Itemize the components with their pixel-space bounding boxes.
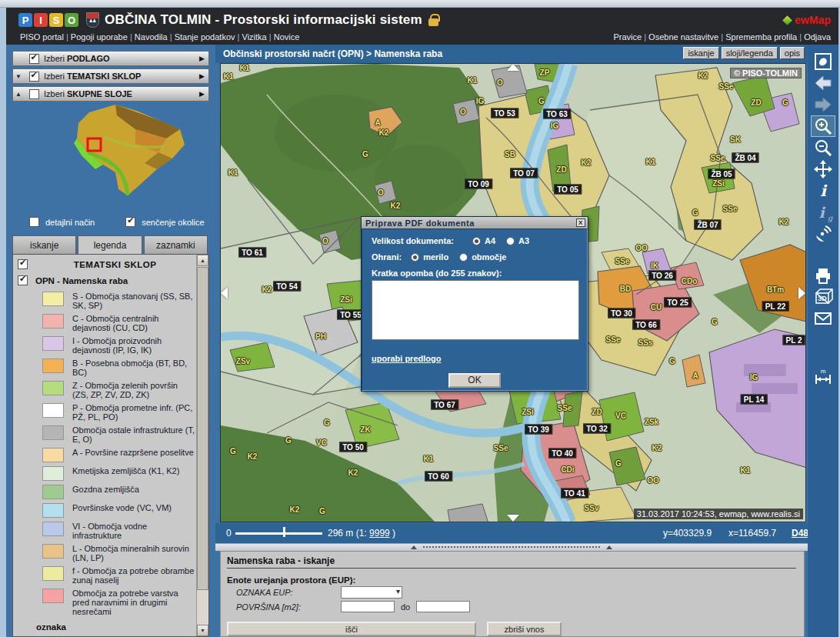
- svg-text:3D: 3D: [818, 295, 827, 302]
- piso-application: PISO OBČINA TOLMIN - Prostorski informac…: [0, 0, 840, 637]
- menu-link-navodila[interactable]: Navodila: [135, 32, 168, 42]
- scroll-up-button[interactable]: ▲: [197, 255, 208, 266]
- opn-layer-checkbox[interactable]: [18, 275, 28, 285]
- legend-scrollbar[interactable]: ▲ ▼: [196, 255, 208, 636]
- mail-icon[interactable]: [811, 308, 835, 329]
- menu-link-stanje-podatkov[interactable]: Stanje podatkov: [175, 32, 235, 42]
- info-icon[interactable]: i: [811, 180, 835, 202]
- lock-icon: [428, 18, 438, 26]
- coordinate-y: y=403329.9: [663, 528, 712, 539]
- pan-up-arrow[interactable]: [507, 64, 519, 71]
- menu-link-pravice[interactable]: Pravice: [613, 32, 642, 42]
- expand-arrow-icon[interactable]: ▶: [199, 90, 205, 98]
- ok-button[interactable]: OK: [448, 373, 501, 388]
- zoom-in-icon[interactable]: [811, 115, 835, 137]
- header-menu-left: PISO portal | Pogoji uporabe | Navodila …: [20, 32, 299, 42]
- option-checkbox-senčenje-okolice[interactable]: [125, 217, 135, 227]
- forward-icon[interactable]: [811, 94, 835, 115]
- legend-swatch: [42, 466, 64, 481]
- layer-accordion: Izberi PODLAGO▶▼Izberi TEMATSKI SKLOP▶▲I…: [6, 51, 215, 102]
- measure-icon[interactable]: m: [811, 366, 835, 388]
- menu-link-sprememba-profila[interactable]: Sprememba profila: [725, 32, 797, 42]
- map-column: Občinski prostorski načrt (OPN) > Namens…: [215, 45, 808, 637]
- accordion-checkbox[interactable]: [29, 89, 39, 99]
- pdf-dialog: Priprava PDF dokumenta X Velikost dokume…: [361, 216, 588, 392]
- size-a4-radio[interactable]: [472, 237, 481, 245]
- search-panel-title: Namenska raba - iskanje: [227, 555, 796, 569]
- accordion-tematski-sklop[interactable]: ▼Izberi TEMATSKI SKLOP▶: [12, 68, 209, 84]
- dialog-close-icon[interactable]: X: [576, 218, 585, 227]
- tematski-sklop-checkbox[interactable]: [18, 259, 28, 269]
- pan-right-arrow[interactable]: [798, 287, 805, 299]
- piso-logo-letter: S: [49, 13, 63, 27]
- clear-button[interactable]: zbriši vnos: [487, 622, 562, 636]
- keep-label: Ohrani:: [372, 252, 402, 262]
- legend-swatch: [42, 566, 64, 581]
- pan-down-arrow[interactable]: [507, 515, 519, 522]
- piso-logo: PISO: [18, 13, 80, 27]
- sloji-legenda-button[interactable]: sloji/legenda: [722, 47, 778, 59]
- expand-arrow-icon[interactable]: ▶: [199, 55, 205, 62]
- menu-link-odjava[interactable]: Odjava: [804, 32, 831, 42]
- accordion-checkbox[interactable]: [29, 72, 39, 82]
- map-statusbar: 0 296 m (1: 9999 ) y=403329.9 x=116459.7…: [215, 523, 808, 543]
- dialog-body: Velikost dokumenta: A4 A3 Ohrani: merilo…: [362, 228, 588, 391]
- svg-text:g: g: [828, 214, 833, 222]
- app-header: PISO OBČINA TOLMIN - Prostorski informac…: [6, 8, 838, 45]
- pan-left-arrow[interactable]: [221, 287, 228, 299]
- datum-link[interactable]: D48: [792, 528, 808, 539]
- zoning-map[interactable]: K1K1K1OIGOAK2GSBK1OK2OK2ZPK2SSeZDGGK1SKS…: [220, 63, 806, 522]
- panel-splitter[interactable]: [215, 543, 808, 551]
- tab-legenda[interactable]: legenda: [78, 235, 142, 254]
- overview-map[interactable]: [29, 98, 191, 198]
- oznaka-eup-label: OZNAKA EUP:: [227, 588, 341, 597]
- oznaka-eup-select[interactable]: [341, 586, 402, 599]
- piso-logo-letter: P: [18, 13, 32, 27]
- oznaka-label: oznaka: [36, 622, 196, 632]
- iskanje-button[interactable]: iskanje: [683, 47, 718, 59]
- size-a3-radio[interactable]: [506, 237, 515, 245]
- scale-slider-handle[interactable]: [283, 527, 285, 537]
- scroll-thumb[interactable]: [197, 267, 208, 590]
- collapse-arrow-icon[interactable]: ▼: [13, 73, 24, 80]
- scale-text: 296 m (1: 9999 ): [328, 528, 395, 539]
- scale-value[interactable]: 9999: [369, 528, 390, 539]
- legend-item: L - Območja mineralnih surovin (LN, LP): [42, 544, 196, 562]
- accordion-checkbox[interactable]: [29, 54, 39, 64]
- keep-obmocje-radio[interactable]: [459, 253, 468, 262]
- menu-link-piso-portal[interactable]: PISO portal: [20, 32, 64, 42]
- menu-link-pogoji-uporabe[interactable]: Pogoji uporabe: [71, 32, 128, 42]
- legend-group-title: OPN - Namenska raba: [35, 276, 128, 285]
- gps-icon[interactable]: [811, 223, 835, 245]
- menu-link-osebne-nastavitve[interactable]: Osebne nastavitve: [648, 32, 718, 42]
- print-icon[interactable]: [811, 265, 835, 286]
- back-icon[interactable]: [811, 72, 835, 94]
- tab-zaznamki[interactable]: zaznamki: [144, 235, 208, 254]
- menu-link-novice[interactable]: Novice: [274, 32, 300, 42]
- tab-iskanje[interactable]: iskanje: [12, 235, 76, 254]
- keep-merilo-radio[interactable]: [411, 253, 419, 262]
- note-textarea[interactable]: [372, 280, 579, 340]
- search-button[interactable]: išči: [227, 622, 476, 636]
- povrsina-min-input[interactable]: [341, 601, 395, 612]
- scale-slider-track[interactable]: [235, 532, 322, 535]
- legend-item: Z - Območja zelenih površin (ZS, ZP, ZV,…: [42, 381, 196, 399]
- zoom-out-icon[interactable]: [811, 137, 835, 158]
- window-frame-top: [0, 0, 840, 8]
- full-extent-icon[interactable]: [811, 51, 835, 72]
- expand-arrow-icon[interactable]: ▶: [199, 72, 205, 80]
- use-template-link[interactable]: uporabi predlogo: [372, 354, 578, 363]
- menu-link-vizitka[interactable]: Vizitka: [242, 32, 267, 42]
- option-checkbox-detajlni-način[interactable]: [29, 217, 39, 227]
- legend-swatch: [42, 336, 64, 351]
- opis-button[interactable]: opis: [780, 47, 805, 59]
- collapse-arrow-icon[interactable]: ▲: [13, 91, 24, 98]
- scroll-down-button[interactable]: ▼: [197, 625, 208, 636]
- info-select-icon[interactable]: ig: [811, 202, 835, 223]
- pan-icon[interactable]: [811, 158, 835, 180]
- accordion-podlago[interactable]: Izberi PODLAGO▶: [12, 51, 209, 66]
- povrsina-max-input[interactable]: [416, 601, 470, 612]
- size-label: Velikost dokumenta:: [372, 236, 454, 245]
- 3d-icon[interactable]: 3D: [811, 286, 835, 308]
- legend-swatch: [42, 448, 64, 462]
